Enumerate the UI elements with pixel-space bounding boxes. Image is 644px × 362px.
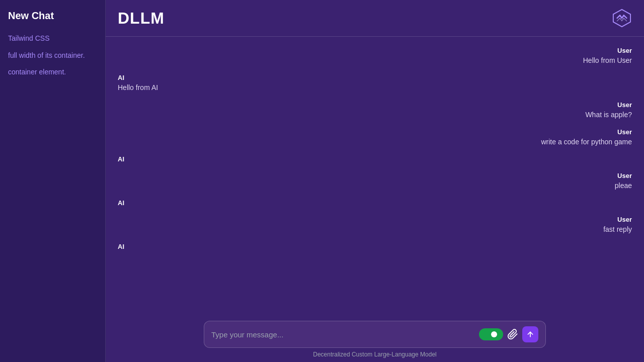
message-group: AI bbox=[118, 155, 632, 164]
sidebar-item-0[interactable]: Tailwind CSS bbox=[8, 34, 97, 44]
message-sender: AI bbox=[118, 199, 124, 207]
message-text: Hello from AI bbox=[118, 82, 158, 93]
message-group: Userpleae bbox=[118, 172, 632, 191]
sidebar: New Chat Tailwind CSS full width of its … bbox=[0, 0, 106, 362]
input-actions bbox=[479, 326, 538, 342]
footer-text: Decentralized Custom Large-Language Mode… bbox=[313, 351, 436, 358]
main-content: DLLM UserHello from UserAIHello from AIU… bbox=[106, 0, 644, 362]
message-group: Userwrite a code for python game bbox=[118, 128, 632, 147]
message-sender: AI bbox=[118, 243, 124, 250]
message-text: fast reply bbox=[603, 224, 632, 235]
message-text: write a code for python game bbox=[541, 137, 632, 147]
message-group: AI bbox=[118, 243, 632, 251]
dllm-logo-icon bbox=[612, 8, 632, 28]
message-text: Hello from User bbox=[583, 55, 632, 66]
messages-area: UserHello from UserAIHello from AIUserWh… bbox=[106, 37, 644, 315]
message-sender: AI bbox=[118, 155, 124, 163]
new-chat-button[interactable]: New Chat bbox=[8, 10, 97, 22]
attach-button[interactable] bbox=[507, 329, 518, 340]
message-input[interactable] bbox=[211, 330, 479, 339]
svg-point-2 bbox=[491, 331, 497, 337]
message-text: What is apple? bbox=[585, 110, 632, 120]
message-sender: AI bbox=[118, 74, 124, 81]
app-title: DLLM bbox=[118, 9, 165, 28]
message-sender: User bbox=[617, 101, 632, 109]
message-group: Userfast reply bbox=[118, 216, 632, 235]
header: DLLM bbox=[106, 0, 644, 37]
sidebar-item-2[interactable]: container element. bbox=[8, 67, 97, 77]
input-area: Decentralized Custom Large-Language Mode… bbox=[106, 315, 644, 362]
message-group: UserWhat is apple? bbox=[118, 101, 632, 120]
message-text: pleae bbox=[615, 180, 632, 191]
message-sender: User bbox=[617, 47, 632, 54]
message-group: AI bbox=[118, 199, 632, 208]
message-sender: User bbox=[617, 216, 632, 223]
sidebar-item-1[interactable]: full width of its container. bbox=[8, 51, 97, 61]
message-sender: User bbox=[617, 172, 632, 179]
toggle-button[interactable] bbox=[479, 328, 503, 340]
send-button[interactable] bbox=[522, 326, 538, 342]
message-sender: User bbox=[617, 128, 632, 136]
input-container bbox=[204, 321, 546, 348]
message-group: AIHello from AI bbox=[118, 74, 632, 93]
message-group: UserHello from User bbox=[118, 47, 632, 66]
